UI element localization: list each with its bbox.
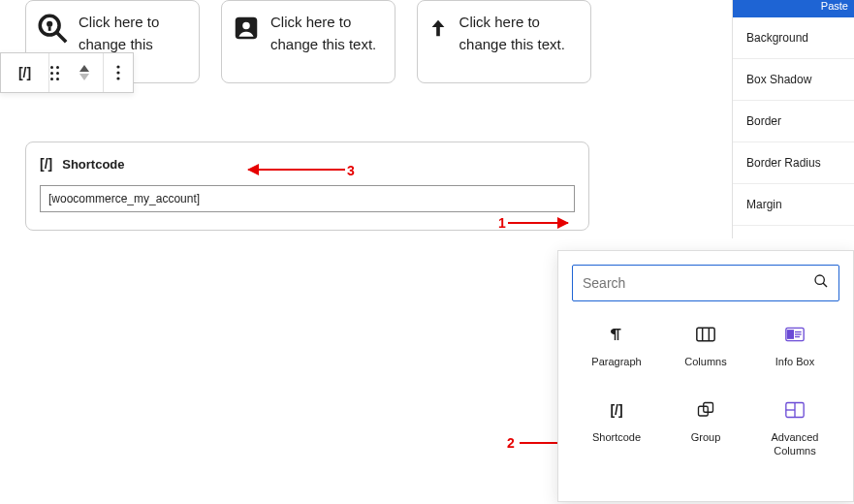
inserter-block-label: Shortcode xyxy=(592,431,641,445)
annotation-number-3: 3 xyxy=(347,163,355,178)
columns-icon xyxy=(694,323,717,346)
shortcode-block-title: Shortcode xyxy=(62,157,124,172)
inserter-block-paragraph[interactable]: Paragraph xyxy=(572,323,661,369)
search-icon xyxy=(813,273,829,293)
svg-rect-14 xyxy=(788,331,794,338)
svg-rect-10 xyxy=(697,328,714,340)
svg-point-6 xyxy=(116,71,119,74)
info-box-icon xyxy=(783,323,807,346)
move-controls xyxy=(49,53,104,92)
inserter-block-info-box[interactable]: Info Box xyxy=(750,323,839,369)
sidebar-item-background[interactable]: Background xyxy=(733,17,854,59)
block-inserter-popup: Paragraph Columns Info Bo xyxy=(557,250,854,502)
svg-point-8 xyxy=(815,275,824,284)
arrow-up-icon xyxy=(427,11,450,46)
sidebar-item-margin[interactable]: Margin xyxy=(733,184,854,226)
paragraph-icon xyxy=(605,323,628,346)
inserter-block-group[interactable]: Group xyxy=(661,398,750,458)
info-card-3[interactable]: Click here to change this text. xyxy=(417,0,591,83)
shortcode-glyph: [/] xyxy=(18,65,31,80)
shortcode-input[interactable] xyxy=(40,185,575,212)
shortcode-icon: [/] xyxy=(40,156,52,172)
inserter-block-grid: Paragraph Columns Info Bo xyxy=(572,323,839,457)
inserter-block-label: Advanced Columns xyxy=(772,431,819,458)
block-type-button[interactable]: [/] xyxy=(1,53,49,92)
group-icon xyxy=(694,398,717,422)
info-card-text[interactable]: Click here to change this text. xyxy=(270,11,383,56)
move-arrows xyxy=(67,65,102,80)
inserter-search-input[interactable] xyxy=(583,275,813,291)
annotation-arrow-1 xyxy=(508,222,568,224)
magnifier-pin-icon xyxy=(36,11,69,46)
contact-card-icon xyxy=(232,11,261,46)
annotation-number-2: 2 xyxy=(507,435,515,451)
block-toolbar: [/] xyxy=(0,52,134,93)
inserter-block-shortcode[interactable]: [/] Shortcode xyxy=(572,398,661,458)
inserter-block-label: Info Box xyxy=(775,356,814,369)
shortcode-icon: [/] xyxy=(605,398,628,422)
more-options-button[interactable] xyxy=(104,53,133,92)
svg-line-9 xyxy=(823,283,827,287)
inserter-block-advanced-columns[interactable]: Advanced Columns xyxy=(750,398,839,458)
inserter-block-label: Paragraph xyxy=(591,356,641,369)
sidebar-item-border-radius[interactable]: Border Radius xyxy=(733,142,854,184)
svg-point-4 xyxy=(242,22,250,30)
block-appender: + xyxy=(25,254,589,277)
inserter-block-columns[interactable]: Columns xyxy=(661,323,750,369)
svg-line-1 xyxy=(56,32,66,42)
move-down-button[interactable] xyxy=(79,74,89,80)
drag-handle-icon[interactable] xyxy=(50,66,59,80)
inserter-search[interactable] xyxy=(572,265,839,301)
info-card-text[interactable]: Click here to change this xyxy=(79,11,187,56)
info-card-2[interactable]: Click here to change this text. xyxy=(221,0,395,83)
svg-point-7 xyxy=(116,77,119,79)
svg-point-5 xyxy=(116,65,119,68)
settings-sidebar: Paste Background Box Shadow Border Borde… xyxy=(732,0,854,238)
paste-button[interactable]: Paste xyxy=(733,0,854,17)
advanced-columns-icon xyxy=(783,398,807,422)
move-up-button[interactable] xyxy=(79,65,89,72)
svg-point-2 xyxy=(47,21,52,27)
info-card-text[interactable]: Click here to change this text. xyxy=(459,11,579,56)
annotation-number-1: 1 xyxy=(498,215,506,231)
sidebar-item-border[interactable]: Border xyxy=(733,101,854,142)
inserter-block-label: Columns xyxy=(684,356,726,369)
inserter-block-label: Group xyxy=(691,431,721,445)
annotation-arrow-3 xyxy=(248,169,345,171)
sidebar-item-box-shadow[interactable]: Box Shadow xyxy=(733,59,854,101)
